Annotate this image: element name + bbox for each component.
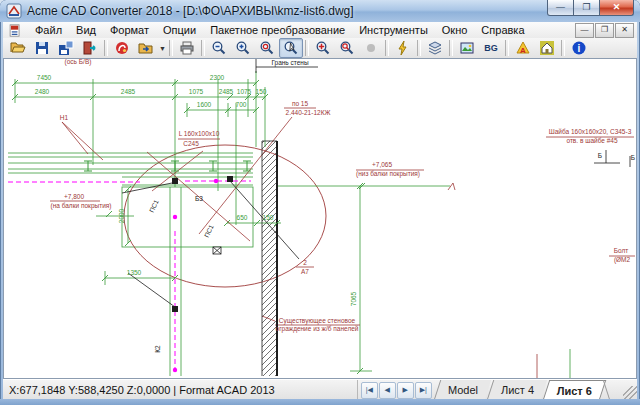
close-file-button[interactable] [78, 38, 102, 58]
flash-icon [395, 40, 411, 56]
zoom-all-button[interactable] [311, 38, 335, 58]
cad-label: 1075 [237, 88, 252, 95]
tab-model[interactable]: Model [434, 380, 491, 400]
cad-label: 1350 [127, 269, 142, 276]
menu-item-options[interactable]: Опции [156, 23, 203, 37]
cad-label: ПС1 [148, 198, 160, 213]
toolbar-separator [561, 40, 565, 56]
pdf-icon [114, 40, 130, 56]
zoom-out-icon [211, 40, 227, 56]
cad-label: 2000 [118, 208, 125, 223]
cad-rect [122, 187, 253, 247]
cad-label: (на балки покрытия) [51, 202, 112, 210]
find-icon [339, 40, 355, 56]
zoom-window-icon [283, 40, 299, 56]
close-button[interactable]: ✕ [599, 0, 634, 16]
menu-item-format[interactable]: Формат [103, 23, 156, 37]
menu-bar: ФайлВидФорматОпцииПакетное преобразовани… [3, 22, 637, 39]
app-icon [6, 3, 22, 19]
cad-label: С245 [183, 140, 199, 147]
toolbar-separator [505, 40, 509, 56]
batch-icon [138, 40, 154, 56]
cad-label: 150 [256, 88, 267, 95]
save-as-icon [58, 40, 74, 56]
title-bar[interactable]: Acme CAD Converter 2018 - [D:\ФО\АРХИВЫ\… [0, 0, 640, 22]
cad-label: L 160х100х10 [179, 130, 220, 137]
cad-label: Б [598, 152, 602, 159]
tab-strip-end [603, 380, 624, 400]
save-button[interactable] [30, 38, 54, 58]
zoom-window-button[interactable] [279, 38, 303, 58]
window-title: Acme CAD Converter 2018 - [D:\ФО\АРХИВЫ\… [27, 4, 354, 18]
cad-line [448, 183, 453, 190]
mdi-minimize-button[interactable]: — [575, 23, 594, 38]
zoom-previous-icon [259, 40, 275, 56]
cad-label: Н1 [60, 114, 69, 121]
save-icon [34, 40, 50, 56]
drawing-viewport[interactable]: 7450230024802485107524851075150160070065… [3, 58, 637, 379]
print-button[interactable] [175, 38, 199, 58]
menu-item-window[interactable]: Окно [435, 23, 475, 37]
open-button[interactable] [6, 38, 30, 58]
save-as-button[interactable] [54, 38, 78, 58]
zoom-previous-button[interactable] [255, 38, 279, 58]
zoom-in-icon [235, 40, 251, 56]
find-button[interactable] [335, 38, 359, 58]
menu-item-view[interactable]: Вид [69, 23, 103, 37]
prev-sheet-button[interactable]: ◀ [379, 382, 396, 399]
resize-grip[interactable] [623, 386, 637, 400]
about-button[interactable]: i [567, 38, 591, 58]
layers-button[interactable] [423, 38, 447, 58]
zoom-in-button[interactable] [231, 38, 255, 58]
cad-label: 650 [237, 214, 248, 221]
coordinates-readout: X:677,1848 Y:588,4250 Z:0,0000 | Format … [3, 380, 358, 400]
last-sheet-button[interactable]: ▶| [415, 382, 432, 399]
wall-section-hatch [262, 141, 277, 376]
first-sheet-button[interactable]: |◀ [361, 382, 378, 399]
batch-convert-button[interactable] [134, 38, 158, 58]
next-sheet-button[interactable]: ▶ [397, 382, 414, 399]
home-icon [539, 40, 555, 56]
image-view-button[interactable] [455, 38, 479, 58]
menu-item-tools[interactable]: Инструменты [352, 23, 435, 37]
toolbar-separator [104, 40, 108, 56]
tab-list4[interactable]: Лист 4 [487, 380, 548, 400]
mdi-restore-button[interactable]: ❐ [595, 23, 614, 38]
cad-label: 2480 [35, 88, 50, 95]
tab-list6[interactable]: Лист 6 [543, 380, 607, 400]
minimize-button[interactable]: — [547, 0, 574, 16]
print-icon [179, 40, 195, 56]
mdi-close-button[interactable]: ✕ [615, 23, 634, 38]
pdf-convert-button[interactable] [110, 38, 134, 58]
toolbar-separator [417, 40, 421, 56]
cad-label: 7065 [350, 291, 357, 306]
cad-label: ПС1 [203, 223, 215, 238]
detail-ellipse [124, 145, 326, 287]
text-style-button[interactable]: A [511, 38, 535, 58]
cad-label: (ось Б/В) [65, 59, 92, 66]
toolbar-separator [201, 40, 205, 56]
cad-label: +7,065 [372, 161, 392, 168]
toolbar-separator [385, 40, 389, 56]
pan-button [359, 38, 383, 58]
svg-text:A: A [520, 46, 526, 55]
dropdown-caret-icon[interactable]: ▼ [158, 39, 167, 57]
cad-label: 1075 [189, 88, 204, 95]
menu-item-help[interactable]: Справка [474, 23, 531, 37]
cad-label: 150 [263, 214, 274, 221]
tab-label: Лист 4 [501, 384, 534, 396]
home-button[interactable] [535, 38, 559, 58]
cad-drawing[interactable]: 7450230024802485107524851075150160070065… [4, 59, 636, 379]
maximize-button[interactable]: ❐ [574, 0, 599, 16]
toolbar-separator [169, 40, 173, 56]
cad-label: (ØМ2 [614, 256, 631, 264]
menu-items: ФайлВидФорматОпцииПакетное преобразовани… [28, 23, 532, 37]
menu-item-file[interactable]: Файл [28, 23, 69, 37]
menu-item-batch-convert[interactable]: Пакетное преобразование [203, 23, 352, 37]
background-color-button[interactable]: BG [479, 38, 503, 58]
status-bar: X:677,1848 Y:588,4250 Z:0,0000 | Format … [3, 379, 637, 400]
window-controls: —❐✕ [547, 0, 634, 16]
zoom-out-button[interactable] [207, 38, 231, 58]
node-square [172, 178, 178, 184]
quick-convert-button[interactable] [391, 38, 415, 58]
